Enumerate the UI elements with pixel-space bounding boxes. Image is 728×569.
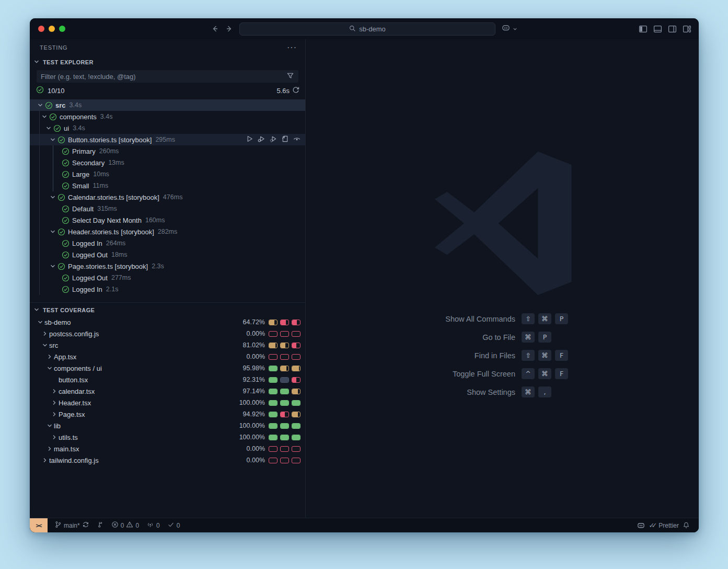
chevron-down-icon[interactable] — [45, 422, 54, 430]
coverage-row[interactable]: Page.tsx94.92% — [30, 408, 305, 420]
problems-item[interactable]: 0 0 — [108, 518, 143, 532]
run-icon[interactable] — [246, 135, 253, 144]
git-branch-item[interactable]: main* — [51, 518, 93, 532]
test-case-row[interactable]: Logged Out277ms — [30, 272, 305, 283]
chevron-right-icon[interactable] — [50, 410, 59, 418]
copilot-menu[interactable] — [501, 23, 517, 35]
debug-icon[interactable] — [257, 135, 265, 144]
chevron-right-icon[interactable] — [50, 399, 59, 407]
chevron-down-icon[interactable] — [45, 364, 54, 372]
back-icon[interactable] — [211, 25, 219, 33]
test-suite-row[interactable]: src3.4s — [30, 99, 305, 111]
coverage-bar — [280, 354, 289, 360]
test-case-row[interactable]: Logged In264ms — [30, 237, 305, 249]
test-case-row[interactable]: Secondary13ms — [30, 157, 305, 168]
coverage-bar — [292, 331, 301, 337]
test-filter-input[interactable]: Filter (e.g. text, !exclude, @tag) — [37, 70, 298, 83]
chevron-right-icon[interactable] — [41, 456, 49, 464]
scm-graph-item[interactable] — [93, 518, 108, 532]
chevron-down-icon[interactable] — [49, 262, 57, 270]
test-explorer-section-header[interactable]: TEST EXPLORER — [30, 56, 305, 69]
chevron-down-icon[interactable] — [44, 124, 53, 132]
filter-icon[interactable] — [286, 72, 294, 81]
sync-icon — [82, 521, 89, 530]
more-actions-icon[interactable]: ··· — [287, 45, 297, 50]
toggle-panel-icon[interactable] — [653, 25, 662, 33]
coverage-row[interactable]: lib100.00% — [30, 420, 305, 431]
chevron-right-icon[interactable] — [45, 352, 54, 361]
coverage-row[interactable]: calendar.tsx97.14% — [30, 385, 305, 397]
coverage-row[interactable]: Header.tsx100.00% — [30, 397, 305, 408]
coverage-row[interactable]: postcss.config.js0.00% — [30, 328, 305, 339]
toggle-secondary-sidebar-icon[interactable] — [668, 25, 677, 33]
toggle-primary-sidebar-icon[interactable] — [639, 25, 648, 33]
test-duration: 3.4s — [100, 113, 113, 120]
test-suite-row[interactable]: components3.4s — [30, 111, 305, 122]
coverage-file-label: postcss.config.js — [49, 330, 247, 338]
test-duration: 315ms — [97, 205, 117, 212]
coverage-row[interactable]: App.tsx0.00% — [30, 351, 305, 362]
chevron-spacer — [53, 158, 61, 167]
close-window-button[interactable] — [38, 26, 44, 32]
coverage-row[interactable]: button.tsx92.31% — [30, 374, 305, 385]
test-suite-row[interactable]: Page.stories.ts [storybook]2.3s — [30, 260, 305, 272]
test-case-row[interactable]: Large10ms — [30, 168, 305, 180]
coverage-bar — [280, 458, 289, 463]
chevron-down-icon[interactable] — [49, 193, 57, 201]
chevron-right-icon[interactable] — [50, 387, 59, 395]
test-duration: 264ms — [106, 240, 126, 247]
go-to-test-icon[interactable] — [281, 135, 289, 144]
coverage-bar — [280, 400, 289, 406]
test-suite-row[interactable]: ui3.4s — [30, 122, 305, 134]
test-case-row[interactable]: Default315ms — [30, 203, 305, 214]
customize-layout-icon[interactable] — [683, 25, 691, 33]
chevron-down-icon[interactable] — [40, 112, 49, 121]
shortcut-row: Toggle Full Screen^⌘F — [306, 365, 699, 383]
coverage-row[interactable]: utils.ts100.00% — [30, 431, 305, 443]
formatter-name[interactable]: Prettier — [658, 522, 679, 529]
coverage-bars — [269, 435, 301, 440]
test-case-row[interactable]: Select Day Next Month160ms — [30, 214, 305, 226]
test-case-row[interactable]: Primary260ms — [30, 145, 305, 157]
minimize-window-button[interactable] — [49, 26, 55, 32]
check-item[interactable]: 0 — [164, 518, 184, 532]
test-suite-row[interactable]: Header.stories.ts [storybook]282ms — [30, 226, 305, 237]
chevron-down-icon[interactable] — [36, 101, 44, 109]
coverage-row[interactable]: tailwind.config.js0.00% — [30, 454, 305, 466]
notifications-bell-icon[interactable] — [679, 521, 694, 529]
test-suite-row[interactable]: Calendar.stories.ts [storybook]476ms — [30, 191, 305, 203]
coverage-row[interactable]: main.tsx0.00% — [30, 443, 305, 454]
test-case-row[interactable]: Logged Out18ms — [30, 249, 305, 260]
testing-sidebar: TESTING ··· TEST EXPLORER Filter (e.g. t… — [30, 39, 306, 518]
forward-icon[interactable] — [225, 25, 234, 33]
chevron-right-icon[interactable] — [45, 445, 54, 453]
coverage-row[interactable]: sb-demo64.72% — [30, 316, 305, 328]
remote-indicator[interactable]: >< — [30, 518, 48, 532]
chevron-right-icon[interactable] — [50, 433, 59, 441]
check-icon — [167, 521, 175, 530]
chevron-down-icon[interactable] — [49, 227, 57, 236]
chevron-down-icon[interactable] — [36, 318, 44, 326]
coverage-bars — [269, 400, 301, 406]
test-case-row[interactable]: Logged In2.1s — [30, 283, 305, 295]
zoom-window-button[interactable] — [59, 26, 65, 32]
run-with-coverage-icon[interactable] — [269, 135, 278, 144]
coverage-bars — [269, 423, 301, 429]
peek-icon[interactable] — [293, 135, 301, 144]
coverage-row[interactable]: components / ui95.98% — [30, 362, 305, 374]
test-case-row[interactable]: Small11ms — [30, 180, 305, 191]
coverage-bar — [269, 446, 278, 452]
command-center-search[interactable]: sb-demo — [239, 22, 495, 36]
coverage-bar — [280, 331, 289, 337]
vscode-logo-watermark — [430, 150, 576, 299]
copilot-status-icon[interactable] — [633, 521, 649, 530]
broadcast-item[interactable]: 0 — [143, 518, 164, 532]
chevron-down-icon[interactable] — [49, 135, 57, 144]
rerun-icon[interactable] — [292, 86, 300, 96]
coverage-row[interactable]: src81.02% — [30, 339, 305, 351]
test-suite-row[interactable]: Button.stories.ts [storybook]295ms — [30, 134, 305, 145]
test-coverage-section-header[interactable]: TEST COVERAGE — [30, 304, 305, 316]
chevron-down-icon[interactable] — [41, 341, 49, 349]
chevron-right-icon[interactable] — [41, 329, 49, 338]
pane-title: TESTING — [40, 44, 67, 51]
